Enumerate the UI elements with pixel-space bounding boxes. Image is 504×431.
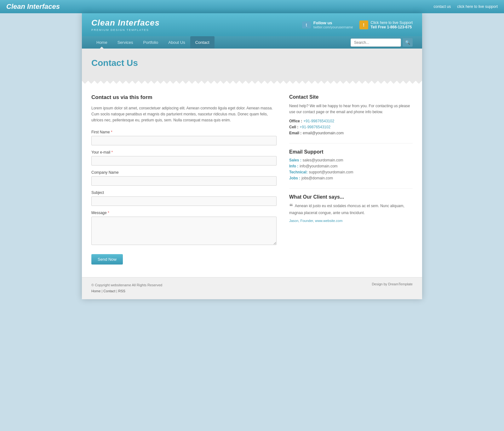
outer-links: contact us click here to live support (434, 4, 498, 9)
technical-email: Technical: support@yourdomain.com (289, 170, 413, 174)
email-info: Email : email@yourdomain.com (289, 131, 413, 135)
contact-site-section: Contact Site Need help? We will be happy… (289, 94, 413, 135)
support-label: Click here to live Support (371, 20, 413, 25)
nav-item-about[interactable]: About Us (163, 36, 190, 49)
logo-sub: PREMIUM DESIGN TEMPLATES (91, 28, 160, 32)
info-email: Info : info@yourdomain.com (289, 164, 413, 168)
nav-item-services[interactable]: Services (112, 36, 138, 49)
page-wrapper: Clean Interfaces PREMIUM DESIGN TEMPLATE… (82, 13, 422, 299)
footer-link-rss[interactable]: RSS (118, 289, 125, 293)
outer-link-support: click here to live support (457, 4, 498, 9)
divider-1 (289, 143, 413, 143)
jobs-email: Jobs : jobs@domain.com (289, 176, 413, 180)
contact-sidebar: Contact Site Need help? We will be happy… (289, 94, 413, 265)
footer-links: Home | Contact | RSS (91, 288, 162, 294)
email-value: email@yourdomain.com (303, 131, 344, 135)
support-phone: Tell Free 1-866-123-675 (371, 25, 413, 29)
email-support-section: Email Support Sales : sales@yourdomain.c… (289, 149, 413, 180)
page-title-area: Contact Us (82, 49, 422, 82)
office-info: Office : +91-99876543102 (289, 119, 413, 123)
divider-2 (289, 188, 413, 189)
contact-form: First Name * Your e-mail * Company Name (91, 130, 277, 265)
input-email[interactable] (91, 156, 277, 166)
office-value: +91-99876543102 (303, 119, 334, 123)
cell-info: Cell : +91-99876543102 (289, 125, 413, 129)
footer-link-home[interactable]: Home (91, 289, 100, 293)
search-button[interactable]: 🔍 (403, 38, 413, 47)
label-subject: Subject (91, 190, 277, 195)
nav-search: 🔍 (351, 38, 413, 47)
contact-form-section: Contact us via this form Lorem ipsum dol… (91, 94, 277, 265)
footer-credit: Design by DreamTemplate (372, 282, 413, 286)
testimonial-section: What Our Client says... ❝ Aenean id just… (289, 194, 413, 222)
logo-main: Clean Interfaces (91, 18, 160, 28)
contact-site-desc: Need help? We will be happy to hear from… (289, 103, 413, 115)
site-logo: Clean Interfaces PREMIUM DESIGN TEMPLATE… (91, 18, 160, 32)
site-footer: © Copyright websitename All Rights Reser… (82, 277, 422, 300)
navigation: Home Services Portfolio About Us Contact… (82, 36, 422, 49)
site-header: Clean Interfaces PREMIUM DESIGN TEMPLATE… (82, 13, 422, 36)
follow-url: twitter.com/yourusername (313, 25, 353, 29)
outer-link-contact: contact us (434, 4, 451, 9)
header-right: t Follow us twitter.com/yourusername ! C… (302, 20, 413, 29)
footer-copyright: © Copyright websitename All Rights Reser… (91, 282, 162, 288)
jobs-value: jobs@domain.com (301, 176, 333, 180)
footer-link-contact[interactable]: Contact (103, 289, 115, 293)
label-company: Company Name (91, 170, 277, 175)
nav-links: Home Services Portfolio About Us Contact (91, 36, 215, 49)
input-message[interactable] (91, 217, 277, 245)
label-email: Your e-mail * (91, 150, 277, 154)
send-button[interactable]: Send Now (91, 254, 123, 265)
outer-top-bar: Clean Interfaces contact us click here t… (0, 0, 504, 13)
form-group-firstname: First Name * (91, 130, 277, 145)
form-description: Lorem ipsum dolor sit amet, consectetuer… (91, 105, 277, 124)
footer-left: © Copyright websitename All Rights Reser… (91, 282, 162, 295)
technical-value: support@yourdomain.com (309, 170, 353, 174)
input-firstname[interactable] (91, 136, 277, 145)
form-section-title: Contact us via this form (91, 94, 277, 101)
nav-item-home[interactable]: Home (91, 36, 112, 49)
form-group-company: Company Name (91, 170, 277, 186)
support-text: Click here to live Support Tell Free 1-8… (371, 20, 413, 29)
sales-value: sales@yourdomain.com (303, 158, 343, 162)
input-company[interactable] (91, 176, 277, 186)
nav-item-portfolio[interactable]: Portfolio (138, 36, 163, 49)
support-box: ! Click here to live Support Tell Free 1… (359, 20, 413, 29)
label-message: Message * (91, 211, 277, 215)
support-icon: ! (359, 20, 368, 29)
sales-email: Sales : sales@yourdomain.com (289, 158, 413, 162)
info-value: info@yourdomain.com (300, 164, 337, 168)
follow-us-block: t Follow us twitter.com/yourusername (302, 20, 353, 29)
nav-item-contact[interactable]: Contact (190, 36, 215, 49)
email-support-title: Email Support (289, 149, 413, 155)
form-group-message: Message * (91, 211, 277, 246)
cell-value: +91-99876543102 (300, 125, 330, 129)
follow-label: Follow us (313, 20, 353, 25)
input-subject[interactable] (91, 196, 277, 206)
testimonial-title: What Our Client says... (289, 194, 413, 200)
main-content: Contact us via this form Lorem ipsum dol… (82, 82, 422, 277)
outer-logo: Clean Interfaces (6, 3, 60, 11)
form-group-subject: Subject (91, 190, 277, 206)
twitter-icon: t (302, 21, 311, 28)
search-input[interactable] (351, 38, 401, 47)
form-group-email: Your e-mail * (91, 150, 277, 166)
follow-text: Follow us twitter.com/yourusername (313, 20, 353, 29)
label-firstname: First Name * (91, 130, 277, 134)
testimonial-quote: ❝ Aenean id justo eu est sodales rhoncus… (289, 203, 413, 216)
testimonial-author: Jason, Founder, www.website.com (289, 219, 413, 223)
page-title: Contact Us (91, 58, 413, 68)
contact-site-title: Contact Site (289, 94, 413, 100)
